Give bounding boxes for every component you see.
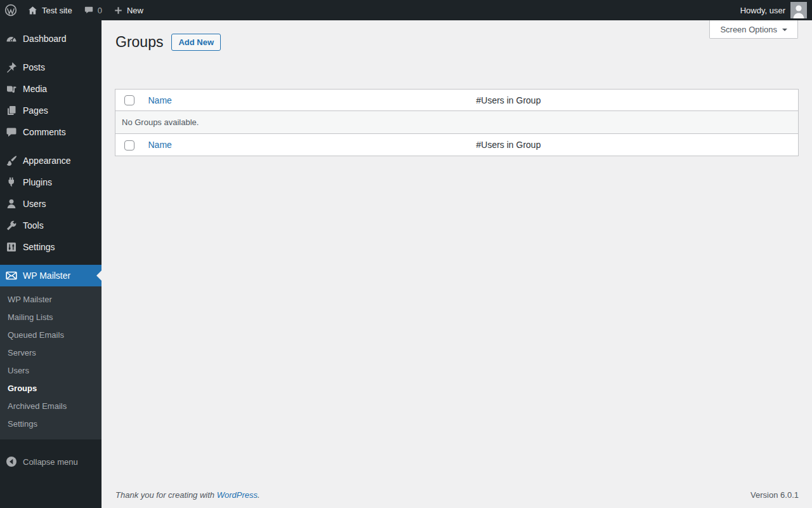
screen-options-tab[interactable]: Screen Options: [709, 20, 798, 39]
menu-separator: [0, 50, 102, 57]
submenu-item-queued-emails[interactable]: Queued Emails: [0, 326, 102, 344]
submenu-item-wp-mailster[interactable]: WP Mailster: [0, 291, 102, 309]
home-icon: [27, 5, 38, 16]
sidebar-item-appearance[interactable]: Appearance: [0, 150, 102, 171]
comment-count: 0: [98, 6, 102, 15]
submenu-item-users[interactable]: Users: [0, 362, 102, 380]
admin-bar: Test site 0 New Howdy, user: [0, 0, 812, 20]
submenu-item-groups[interactable]: Groups: [0, 380, 102, 398]
footer-thanks: Thank you for creating with WordPress.: [115, 490, 260, 500]
account-menu[interactable]: Howdy, user: [735, 2, 812, 18]
sort-by-name-link[interactable]: Name: [148, 95, 172, 105]
sidebar-item-label: Pages: [23, 105, 48, 116]
submenu-item-archived-emails[interactable]: Archived Emails: [0, 398, 102, 415]
media-icon: [0, 83, 23, 95]
sidebar-item-wp-mailster[interactable]: WP Mailster: [0, 265, 102, 286]
sidebar-item-posts[interactable]: Posts: [0, 57, 102, 78]
sidebar-item-media[interactable]: Media: [0, 78, 102, 100]
site-name-menu[interactable]: Test site: [22, 0, 78, 20]
column-footer-name: Name: [143, 134, 470, 156]
plug-icon: [0, 176, 23, 189]
pushpin-icon: [0, 61, 23, 74]
sidebar-item-label: Appearance: [23, 156, 71, 166]
wordpress-link[interactable]: WordPress: [217, 490, 258, 500]
footer-thanks-period: .: [258, 490, 260, 500]
submenu-item-servers[interactable]: Servers: [0, 344, 102, 362]
new-content-menu[interactable]: New: [108, 0, 149, 20]
footer-version: Version 6.0.1: [750, 490, 799, 500]
add-new-button[interactable]: Add New: [171, 34, 221, 51]
sidebar-item-tools[interactable]: Tools: [0, 215, 102, 236]
footer-thanks-text: Thank you for creating with: [115, 490, 217, 500]
sidebar-item-dashboard[interactable]: Dashboard: [0, 28, 102, 50]
check-column-header: [115, 90, 143, 111]
groups-table: Name #Users in Group No Groups available…: [115, 89, 799, 156]
wp-mailster-submenu: WP Mailster Mailing Lists Queued Emails …: [0, 286, 102, 439]
sidebar-item-comments[interactable]: Comments: [0, 121, 102, 143]
chevron-down-icon: [782, 29, 787, 31]
collapse-menu-button[interactable]: Collapse menu: [0, 451, 102, 472]
sidebar-item-settings[interactable]: Settings: [0, 236, 102, 258]
comments-icon: [0, 126, 23, 138]
paintbrush-icon: [0, 154, 23, 167]
sidebar-item-users[interactable]: Users: [0, 193, 102, 215]
empty-table-row: No Groups available.: [115, 111, 799, 134]
envelope-icon: [0, 269, 23, 282]
screen-options-label: Screen Options: [720, 25, 777, 34]
admin-sidebar: Dashboard Posts Media: [0, 20, 102, 508]
submenu-item-settings[interactable]: Settings: [0, 415, 102, 433]
sidebar-item-label: Comments: [23, 127, 66, 137]
active-menu-arrow: [96, 271, 102, 281]
menu-separator: [0, 143, 102, 150]
table-header-row: Name #Users in Group: [115, 90, 799, 111]
sidebar-item-label: Settings: [23, 242, 55, 252]
sidebar-item-plugins[interactable]: Plugins: [0, 171, 102, 193]
pages-icon: [0, 104, 23, 117]
site-name-label: Test site: [42, 6, 72, 15]
sidebar-item-label: WP Mailster: [23, 271, 70, 281]
dashboard-icon: [0, 32, 23, 45]
page-title: Groups: [115, 32, 163, 51]
select-all-checkbox-bottom[interactable]: [124, 140, 134, 150]
new-label: New: [127, 6, 143, 15]
sidebar-item-label: Users: [23, 199, 46, 209]
sidebar-item-pages[interactable]: Pages: [0, 100, 102, 121]
sidebar-item-label: Dashboard: [23, 34, 67, 44]
wrench-icon: [0, 219, 23, 232]
howdy-label: Howdy, user: [740, 6, 785, 15]
menu-separator: [0, 258, 102, 265]
sidebar-item-label: Media: [23, 84, 47, 94]
main-content: Screen Options Groups Add New Name #User…: [102, 20, 812, 508]
table-footer-row: Name #Users in Group: [115, 134, 799, 156]
collapse-arrow-icon: [0, 455, 23, 468]
sliders-icon: [0, 241, 23, 253]
sidebar-item-label: Posts: [23, 62, 45, 72]
person-icon: [0, 197, 23, 210]
sidebar-item-label: Tools: [23, 220, 44, 231]
submenu-item-mailing-lists[interactable]: Mailing Lists: [0, 309, 102, 326]
collapse-menu-label: Collapse menu: [23, 457, 78, 467]
column-header-name: Name: [143, 90, 470, 111]
wordpress-logo-icon[interactable]: [0, 4, 22, 17]
column-footer-users-in-group: #Users in Group: [470, 134, 799, 156]
plus-icon: [114, 6, 123, 15]
column-header-users-in-group: #Users in Group: [470, 90, 799, 111]
comments-admin-bar[interactable]: 0: [78, 0, 108, 20]
check-column-footer: [115, 134, 143, 156]
select-all-checkbox[interactable]: [124, 95, 134, 105]
sort-by-name-link-bottom[interactable]: Name: [148, 140, 172, 150]
comments-bubble-icon: [84, 5, 94, 15]
sidebar-item-label: Plugins: [23, 177, 52, 187]
avatar: [790, 2, 807, 18]
empty-message: No Groups available.: [115, 111, 799, 134]
